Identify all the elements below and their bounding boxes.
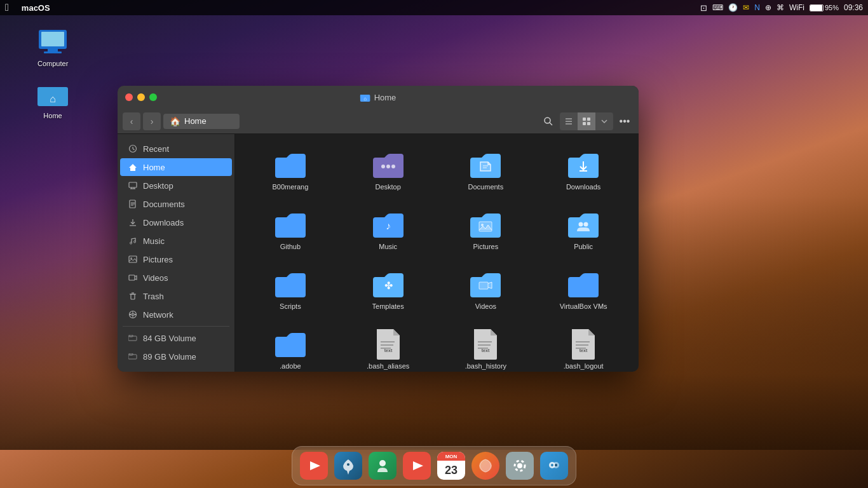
sidebar-item-vol89[interactable]: 89 GB Volume [120,348,232,365]
svg-rect-18 [587,122,590,125]
svg-marker-82 [413,461,423,470]
bluetooth-icon[interactable]: ⊕ [765,3,771,12]
folder-icon-boomerang [275,150,306,180]
svg-point-48 [381,165,385,168]
sidebar-item-videos[interactable]: Videos [120,269,232,287]
wifi-network-icon[interactable]: N [754,3,760,12]
textfile-icon-bash-aliases: text [373,329,403,360]
battery-indicator: 95% [810,4,839,11]
svg-point-36 [130,257,132,259]
file-item-public[interactable]: Public [536,201,631,259]
maximize-button[interactable] [149,93,157,101]
file-name-bash-history: .bash_history [465,362,506,370]
more-options-button[interactable]: ••• [616,112,634,130]
svg-rect-23 [129,182,137,187]
sidebar-label-pictures: Pictures [143,255,173,264]
svg-point-89 [555,464,557,466]
sidebar-item-pictures[interactable]: Pictures [120,250,232,268]
mail-icon[interactable]: ✉ [743,3,749,12]
sidebar-item-home[interactable]: Home [120,158,232,176]
list-view-button[interactable] [560,112,578,130]
minimize-button[interactable] [137,93,145,101]
folder-icon-templates: ✤ [373,269,403,300]
file-item-boomerang[interactable]: B00merang [243,142,338,199]
folder-icon-documents [470,150,501,180]
desktop:  macOS ⊡ ⌨ 🕐 ✉ N ⊕ ⌘ WiFi 95% 09:36 [0,0,868,488]
svg-text:♪: ♪ [386,220,391,231]
trash-sidebar-icon [128,291,138,301]
svg-rect-1 [41,32,64,46]
close-button[interactable] [125,93,133,101]
file-name-virtualbox: VirtualBox VMs [560,302,607,310]
sidebar-item-computer-vol[interactable]: Computer [120,366,232,372]
file-item-bash-aliases[interactable]: text .bash_aliases [341,321,436,372]
sidebar-item-documents[interactable]: Documents [120,195,232,213]
wifi-icon[interactable]: WiFi [789,3,804,12]
svg-point-50 [391,165,395,168]
search-button[interactable] [539,112,557,130]
file-item-pictures[interactable]: Pictures [438,201,534,259]
apple-menu[interactable]:  [5,2,9,13]
sidebar-item-trash[interactable]: Trash [120,287,232,305]
file-item-downloads[interactable]: Downloads [536,142,631,199]
dock-item-shark[interactable] [333,451,363,481]
file-item-templates[interactable]: ✤ Templates [341,261,436,318]
sidebar-item-recent[interactable]: Recent [120,140,232,158]
file-manager-window: ⌂ Home ‹ › 🏠 Home [118,86,639,372]
sidebar-item-network[interactable]: Network [120,306,232,323]
file-item-adobe[interactable]: .adobe [243,321,338,372]
folder-icon-downloads [568,150,599,180]
battery-bar [810,4,824,11]
sidebar-item-desktop[interactable]: Desktop [120,177,232,194]
sidebar-item-downloads[interactable]: Downloads [120,214,232,231]
svg-rect-3 [44,51,62,53]
dock-item-pidgin[interactable] [367,451,398,481]
file-item-documents[interactable]: Documents [438,142,534,199]
dock-item-settings[interactable] [505,451,535,481]
battery-percent: 95% [825,4,839,11]
sort-button[interactable] [595,112,613,130]
sidebar-label-recent: Recent [143,144,169,154]
toolbar: ‹ › 🏠 Home [118,109,639,134]
display-icon[interactable]: ⊡ [700,3,707,13]
folder-icon-adobe [275,329,306,360]
desktop-icon-home[interactable]: ⌂ Home [35,76,71,122]
back-button[interactable]: ‹ [123,112,140,130]
sidebar-label-videos: Videos [143,273,168,283]
file-item-github[interactable]: Github [243,201,338,259]
dock-item-video1[interactable] [299,451,329,481]
file-item-virtualbox[interactable]: VirtualBox VMs [536,261,631,318]
computer-vol-icon [128,370,138,372]
clock-icon[interactable]: 🕐 [728,3,738,12]
window-title-text: Home [374,93,397,102]
dock-item-firefox[interactable] [470,451,501,481]
sidebar-item-vol84[interactable]: 84 GB Volume [120,329,232,347]
dock-item-finder[interactable] [539,451,569,481]
svg-point-80 [347,463,349,466]
folder-icon-virtualbox [568,269,599,300]
file-item-bash-history[interactable]: text .bash_history [438,321,534,372]
desktop-icon-computer[interactable]: Computer [35,24,71,70]
sidebar-item-music[interactable]: Music [120,232,232,250]
file-item-music[interactable]: ♪ Music [341,201,436,259]
dock-item-calendar[interactable]: MON 23 [436,451,466,481]
folder-icon-desktop [373,150,403,180]
network-icon[interactable]: ⌘ [776,3,784,12]
grid-view-button[interactable] [578,112,595,130]
desktop-sidebar-icon [128,180,138,191]
file-item-scripts[interactable]: Scripts [243,261,338,318]
file-item-desktop-folder[interactable]: Desktop [341,142,436,199]
view-toggle [560,112,613,130]
dock-item-video2[interactable] [402,451,432,481]
breadcrumb[interactable]: 🏠 Home [163,114,240,129]
video2-icon [403,452,431,480]
keyboard-icon[interactable]: ⌨ [712,3,723,12]
file-item-videos[interactable]: Videos [438,261,534,318]
sidebar-label-vol84: 84 GB Volume [143,334,196,343]
file-name-music: Music [379,243,397,250]
forward-button[interactable]: › [143,112,161,130]
app-name[interactable]: macOS [22,3,50,13]
shark-icon [334,452,362,480]
sidebar: Recent Home [118,134,235,372]
file-item-bash-logout[interactable]: text .bash_logout [536,321,631,372]
